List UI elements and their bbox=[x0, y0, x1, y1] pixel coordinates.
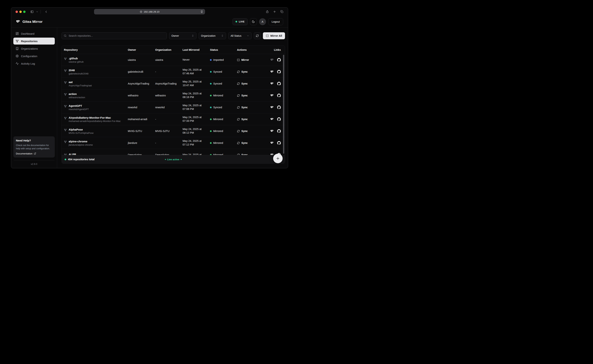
address-bar[interactable]: 192.168.29.10 bbox=[94, 9, 205, 14]
documentation-link[interactable]: Documentation bbox=[16, 152, 52, 155]
sidebar-item-activity-log[interactable]: Activity Log bbox=[13, 60, 55, 67]
github-link-icon[interactable] bbox=[277, 117, 281, 121]
globe-icon bbox=[140, 10, 142, 13]
repo-name[interactable]: action bbox=[69, 92, 85, 96]
status-badge: Imported bbox=[208, 58, 235, 61]
status-dot-icon bbox=[210, 130, 212, 132]
sync-action-button[interactable]: Sync bbox=[235, 82, 262, 85]
repository-cell: AlphaPoseMVIG-SJTU/AlphaPose bbox=[62, 128, 126, 134]
git-fork-icon bbox=[64, 105, 67, 108]
git-fork-icon bbox=[64, 93, 67, 96]
gitea-link-icon[interactable] bbox=[270, 117, 274, 121]
refresh-icon bbox=[237, 106, 240, 109]
new-tab-icon[interactable] bbox=[273, 10, 276, 13]
status-dot-icon bbox=[210, 107, 212, 108]
repo-name[interactable]: 2048 bbox=[69, 69, 88, 72]
status-badge: Synced bbox=[208, 82, 235, 85]
repo-name[interactable]: .github bbox=[69, 57, 84, 60]
repository-cell: AirpodsBattery-Monitor-For-Macmohamed-ar… bbox=[62, 116, 126, 123]
sync-action-button[interactable]: Sync bbox=[235, 106, 262, 109]
sidebar-item-label: Dashboard bbox=[21, 32, 34, 35]
sidebar-nav: DashboardRepositoriesOrganizationsConfig… bbox=[13, 30, 55, 68]
minimize-window-button[interactable] bbox=[19, 11, 22, 13]
sidebar-item-repositories[interactable]: Repositories bbox=[13, 38, 55, 45]
chevron-down-icon[interactable] bbox=[36, 11, 38, 13]
github-link-icon[interactable] bbox=[277, 141, 281, 145]
reader-mode-icon[interactable] bbox=[200, 10, 203, 14]
external-link-icon bbox=[34, 152, 36, 155]
back-button-icon[interactable] bbox=[44, 10, 48, 13]
github-link-icon[interactable] bbox=[277, 129, 281, 133]
share-icon[interactable] bbox=[266, 10, 269, 13]
tab-overview-icon[interactable] bbox=[280, 10, 284, 13]
links-cell bbox=[262, 117, 285, 121]
header-actions: LIVE A Logout bbox=[232, 18, 283, 25]
github-link-icon[interactable] bbox=[277, 82, 281, 85]
action-label: Sync bbox=[241, 106, 248, 109]
total-dot-icon bbox=[65, 159, 66, 160]
repo-name[interactable]: AgentGPT bbox=[69, 104, 89, 107]
gitea-link-icon[interactable] bbox=[270, 94, 274, 98]
gitea-link-icon[interactable] bbox=[270, 129, 274, 133]
repo-full-name: MVIG-SJTU/AlphaPose bbox=[69, 132, 94, 134]
refresh-icon bbox=[237, 82, 240, 85]
logout-button[interactable]: Logout bbox=[268, 18, 283, 25]
sync-action-button[interactable]: Sync bbox=[235, 70, 262, 73]
sidebar-toggle-icon[interactable] bbox=[30, 10, 34, 13]
status-label: Mirrored bbox=[213, 94, 223, 97]
mirror-all-button[interactable]: Mirror All bbox=[263, 32, 285, 39]
add-repository-button[interactable] bbox=[273, 154, 283, 163]
repository-cell: AgentGPTreworkd/AgentGPT bbox=[62, 104, 126, 111]
sidebar-item-organizations[interactable]: Organizations bbox=[13, 45, 55, 52]
table-scrollbar[interactable] bbox=[283, 55, 284, 154]
repo-name[interactable]: alpine-chrome bbox=[69, 140, 93, 143]
github-link-icon[interactable] bbox=[277, 105, 281, 109]
organization-cell: MVIG-SJTU bbox=[153, 130, 180, 133]
search-input[interactable] bbox=[62, 32, 167, 39]
status-badge: Synced bbox=[208, 70, 235, 73]
organization-filter-select[interactable]: Organization bbox=[199, 32, 226, 39]
gitea-link-icon[interactable] bbox=[270, 105, 274, 109]
gitea-link-icon[interactable] bbox=[270, 141, 274, 145]
github-link-icon[interactable] bbox=[277, 94, 281, 97]
git-fork-icon bbox=[64, 117, 67, 120]
column-header-owner: Owner bbox=[126, 48, 153, 51]
sidebar-item-configuration[interactable]: Configuration bbox=[13, 52, 55, 59]
repo-full-name: mohamed-arradi/AirpodsBattery-Monitor-Fo… bbox=[69, 120, 121, 123]
repo-name[interactable]: aat bbox=[69, 80, 92, 84]
main-content: Owner Organization All Status bbox=[57, 27, 288, 168]
sync-action-button[interactable]: Sync bbox=[235, 142, 262, 144]
mirror-action-button[interactable]: Mirror bbox=[235, 58, 262, 61]
live-bullet-icon bbox=[181, 159, 182, 160]
repo-name[interactable]: AlphaPose bbox=[69, 128, 94, 131]
sync-action-button[interactable]: Sync bbox=[235, 130, 262, 133]
filter-toolbar: Owner Organization All Status bbox=[62, 32, 285, 39]
sidebar-item-dashboard[interactable]: Dashboard bbox=[13, 30, 55, 37]
action-label: Sync bbox=[241, 82, 248, 85]
sync-action-button[interactable]: Sync bbox=[235, 94, 262, 97]
zoom-window-button[interactable] bbox=[23, 11, 26, 13]
theme-toggle-button[interactable] bbox=[250, 18, 257, 25]
table-row: actionwithastro/actionwithastrowithastro… bbox=[62, 90, 285, 102]
user-avatar[interactable]: A bbox=[259, 18, 266, 25]
live-active-label: Live active bbox=[167, 158, 179, 161]
status-dot-icon bbox=[210, 71, 212, 73]
live-status-badge[interactable]: LIVE bbox=[232, 18, 248, 25]
status-filter-select[interactable]: All Status bbox=[228, 32, 252, 39]
column-header-status: Status bbox=[208, 48, 235, 51]
github-link-icon[interactable] bbox=[277, 58, 281, 62]
close-window-button[interactable] bbox=[15, 11, 18, 13]
gitea-link-icon[interactable] bbox=[270, 70, 274, 74]
gitea-link-icon[interactable] bbox=[270, 58, 274, 62]
sync-action-button[interactable]: Sync bbox=[235, 118, 262, 121]
github-link-icon[interactable] bbox=[277, 70, 281, 74]
owner-filter-select[interactable]: Owner bbox=[169, 32, 196, 39]
last-mirrored-cell: May 24, 2025 at07:12 PM bbox=[180, 139, 208, 146]
owner-cell: reworkd bbox=[126, 106, 153, 109]
owner-cell: gabrielecirulli bbox=[126, 70, 153, 73]
gitea-link-icon[interactable] bbox=[270, 82, 274, 86]
repo-name[interactable]: AirpodsBattery-Monitor-For-Mac bbox=[69, 116, 121, 119]
links-cell bbox=[262, 58, 285, 62]
refresh-button[interactable] bbox=[254, 32, 261, 39]
sidebar-item-label: Activity Log bbox=[21, 62, 35, 65]
